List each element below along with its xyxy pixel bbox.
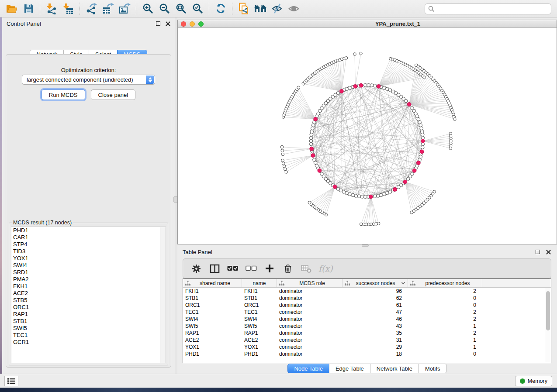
mcds-result-item[interactable]: TEC1: [11, 332, 166, 339]
hide-selected-button[interactable]: [269, 2, 285, 16]
control-panel-title: Control Panel: [7, 21, 41, 27]
column-header-successor-nodes[interactable]: successor nodes: [343, 279, 408, 287]
network-canvas[interactable]: [178, 28, 557, 244]
mcds-result-item[interactable]: SRD1: [11, 269, 166, 276]
mcds-result-item[interactable]: STB5: [11, 297, 166, 304]
table-row[interactable]: RAP1 RAP1 dominator 35 2: [183, 330, 545, 337]
mcds-result-item[interactable]: ORC1: [11, 304, 166, 311]
zoom-out-icon: [159, 3, 170, 14]
export-image-button[interactable]: [116, 2, 133, 16]
column-header-mcds-role[interactable]: MCDS role: [277, 279, 343, 287]
mcds-result-item[interactable]: YOX1: [11, 255, 166, 262]
mcds-result-item[interactable]: PMA2: [11, 276, 166, 283]
show-all-button[interactable]: [285, 2, 302, 16]
window-zoom-traffic-light[interactable]: [198, 21, 204, 27]
mcds-result-item[interactable]: SWI5: [11, 325, 166, 332]
mcds-result-item[interactable]: GCR1: [11, 339, 166, 346]
window-close-traffic-light[interactable]: [181, 21, 186, 27]
tab-edge-table[interactable]: Edge Table: [329, 364, 370, 373]
toolbar-separator: [80, 3, 80, 15]
table-scrollbar-thumb[interactable]: [546, 291, 550, 330]
close-panel-button[interactable]: Close panel: [91, 89, 136, 100]
mcds-result-item[interactable]: CAR1: [11, 234, 166, 241]
table-body: FKH1 FKH1 dominator 96 2 STB1 STB1 domin…: [183, 288, 545, 363]
destroy-table-icon: [301, 264, 311, 273]
table-row[interactable]: FKH1 FKH1 dominator 96 2: [183, 288, 545, 295]
table-row[interactable]: STB1 STB1 dominator 62 0: [183, 295, 545, 302]
import-network-button[interactable]: [43, 2, 60, 16]
table-row[interactable]: SWI5 SWI5 connector 43 1: [183, 323, 545, 330]
close-panel-icon[interactable]: [166, 21, 170, 26]
table-row[interactable]: YOX1 YOX1 connector 29 1: [183, 344, 545, 351]
zoom-out-button[interactable]: [156, 2, 173, 16]
add-icon: [265, 264, 274, 273]
select-all-rows-button[interactable]: [225, 261, 241, 276]
close-table-panel-icon[interactable]: [546, 250, 551, 254]
mcds-result-item[interactable]: SWI4: [11, 262, 166, 269]
tab-motifs[interactable]: Motifs: [419, 364, 447, 373]
tab-network-table[interactable]: Network Table: [370, 364, 419, 373]
mcds-result-list[interactable]: PHD1 CAR1 STP4 TID3 YOX1 SWI4 SRD1 PMA2: [11, 227, 166, 363]
zoom-selected-button[interactable]: [189, 2, 206, 16]
import-network-icon: [46, 3, 57, 14]
network-view-window: YPA_prune.txt_1: [177, 20, 557, 244]
mcds-result-item[interactable]: PHD1: [11, 227, 166, 234]
criterion-select[interactable]: largest connected component (undirected): [22, 75, 155, 85]
export-image-icon: [119, 3, 131, 14]
zoom-in-button[interactable]: [139, 2, 156, 16]
table-row[interactable]: TEC1 TEC1 connector 47 2: [183, 309, 545, 316]
mcds-result-title: MCDS result (17 nodes): [12, 220, 73, 226]
main-toolbar: [0, 0, 557, 17]
mcds-result-item[interactable]: FKH1: [11, 283, 166, 290]
table-row[interactable]: ACE2 ACE2 connector 31 1: [183, 337, 545, 344]
houses-button[interactable]: [252, 2, 269, 16]
function-builder-button[interactable]: f(x): [317, 261, 333, 276]
save-session-button[interactable]: [20, 2, 37, 16]
deselect-all-rows-button[interactable]: [243, 261, 259, 276]
table-row[interactable]: ORC1 ORC1 dominator 61 0: [183, 302, 545, 309]
mcds-result-item[interactable]: STB1: [11, 318, 166, 325]
table-scrollbar[interactable]: [545, 288, 551, 363]
column-header-name[interactable]: name: [242, 279, 277, 287]
table-row[interactable]: SWI4 SWI4 dominator 46 2: [183, 316, 545, 323]
network-window-title: YPA_prune.txt_1: [239, 21, 557, 27]
window-minimize-traffic-light[interactable]: [190, 21, 195, 27]
float-panel-icon[interactable]: [156, 21, 160, 26]
mcds-result-item[interactable]: ACE2: [11, 290, 166, 297]
delete-column-button[interactable]: [280, 261, 296, 276]
export-table-button[interactable]: [100, 2, 116, 16]
zoom-fit-button[interactable]: [173, 2, 189, 16]
column-header-predecessor-nodes[interactable]: predecessor nodes: [408, 279, 482, 287]
create-column-button[interactable]: [262, 261, 277, 276]
destroy-table-button[interactable]: [298, 261, 314, 276]
refresh-button[interactable]: [212, 2, 229, 16]
mcds-result-item[interactable]: RAP1: [11, 311, 166, 318]
tab-node-table[interactable]: Node Table: [287, 364, 329, 373]
column-header-shared-name[interactable]: shared name: [183, 279, 242, 287]
float-table-panel-icon[interactable]: [536, 250, 540, 254]
network-column-icon: [345, 281, 350, 285]
table-header-row: shared name name MCDS role successor nod…: [183, 279, 551, 288]
memory-button[interactable]: Memory: [515, 376, 552, 386]
trash-icon: [283, 264, 293, 274]
import-table-icon: [62, 3, 74, 14]
show-column-panel-button[interactable]: [207, 261, 222, 276]
open-session-button[interactable]: [3, 2, 20, 16]
table-row[interactable]: PHD1 PHD1 dominator 18 0: [183, 351, 545, 358]
search-field[interactable]: [425, 3, 551, 14]
mcds-result-item[interactable]: STP4: [11, 241, 166, 248]
task-history-button[interactable]: [4, 376, 18, 386]
mcds-result-item[interactable]: TID3: [11, 248, 166, 255]
new-network-from-selection-button[interactable]: [235, 2, 252, 16]
table-settings-button[interactable]: [188, 261, 204, 276]
mcds-result-group: MCDS result (17 nodes) PHD1 CAR1 STP4 TI…: [9, 220, 168, 365]
table-panel-title: Table Panel: [183, 249, 212, 255]
import-table-button[interactable]: [60, 2, 76, 16]
export-network-button[interactable]: [83, 2, 100, 16]
zoom-in-icon: [142, 3, 153, 14]
search-input[interactable]: [437, 5, 551, 14]
network-window-titlebar[interactable]: YPA_prune.txt_1: [178, 20, 557, 28]
function-builder-icon: f(x): [318, 264, 333, 273]
mcds-list-scrollbar[interactable]: [160, 227, 166, 363]
run-mcds-button[interactable]: Run MCDS: [42, 89, 85, 100]
